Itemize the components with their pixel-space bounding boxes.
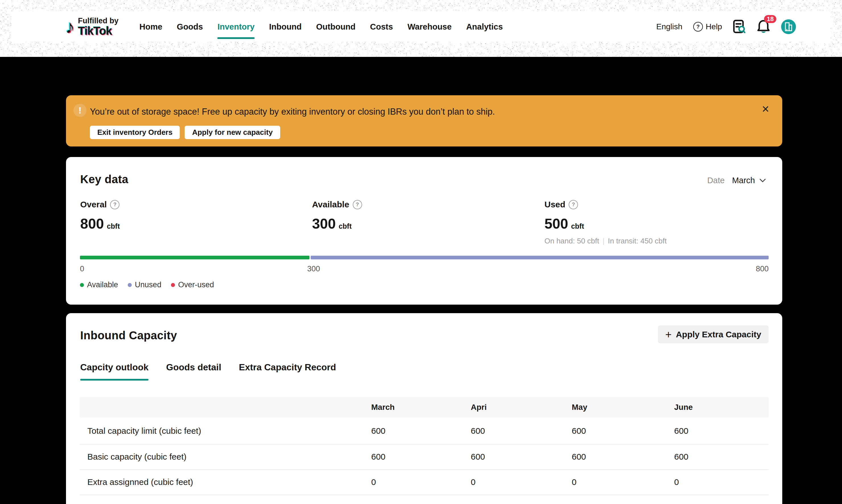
key-data-card: Key data Date March Overal ? 800 cbft Av… [66,157,782,305]
available-dot-icon [80,283,84,287]
nav-item-costs[interactable]: Costs [370,22,393,32]
stat-available-label: Available [312,200,349,209]
storage-warning-banner: ! You’re out of storage space! Free up c… [66,95,782,146]
capacity-bar [80,256,769,259]
nav-item-inbound[interactable]: Inbound [269,22,302,32]
available-help-icon[interactable]: ? [353,200,362,209]
table-header-row: March Apri May June [79,397,769,417]
cell-value: 600 [371,444,386,469]
stat-used-value: 500 [544,216,568,232]
account-avatar[interactable] [781,19,796,34]
used-help-icon[interactable]: ? [569,200,578,209]
legend-overused-label: Over-used [178,281,214,289]
bar-max-label: 800 [756,265,769,273]
key-data-title: Key data [80,173,128,186]
cell-value: 600 [572,444,586,469]
cell-value: 0 [674,469,679,494]
divider: | [603,237,605,246]
nav-item-warehouse[interactable]: Warehouse [407,22,451,32]
capacity-bar-available-segment [80,256,309,259]
tiktok-note-icon: ♪ [66,18,74,36]
date-selector[interactable]: Date March [707,176,766,185]
row-label: Basic capacity (cubic feet) [87,444,186,469]
help-button[interactable]: ? Help [693,22,722,32]
help-label: Help [706,22,722,31]
tab-extra-capacity-record[interactable]: Extra Capacity Record [239,362,336,373]
logo-line2: TikTok [78,25,119,37]
navbar-right-cluster: English ? Help 18 [656,11,796,42]
stat-available-value: 300 [312,216,336,232]
language-selector[interactable]: English [656,22,682,31]
capacity-bar-unused-segment [311,256,769,259]
cell-value: 0 [371,469,376,494]
alert-icon: ! [73,104,87,117]
close-icon[interactable]: × [762,103,769,115]
stat-used-unit: cbft [571,222,584,230]
stat-used: Used ? 500 cbft On hand: 50 cbft | In tr… [544,200,667,246]
notifications-button[interactable]: 18 [757,19,770,34]
table-row: Basic capacity (cubic feet) 600 600 600 … [79,444,769,470]
stat-available: Available ? 300 cbft [312,200,362,232]
nav-item-analytics[interactable]: Analytics [466,22,503,32]
tab-goods-detail[interactable]: Goods detail [166,362,221,373]
banner-message: You’re out of storage space! Free up cap… [90,107,495,117]
date-label: Date [707,176,724,185]
notification-badge: 18 [764,15,776,23]
row-label: Extra assignned (cubic feet) [87,469,193,494]
inbound-capacity-card: Inbound Capacity + Apply Extra Capacity … [66,313,782,504]
inbound-capacity-title: Inbound Capacity [80,329,177,342]
legend-overused: Over-used [171,281,214,289]
col-header-june: June [674,397,693,417]
col-header-apri: Apri [471,397,487,417]
top-navbar: ♪ Fulfilled by TikTok Home Goods Invento… [12,11,831,42]
row-label: Total capacity limit (cubic feet) [87,417,201,444]
stat-overall-value: 800 [80,216,104,232]
apply-extra-capacity-label: Apply Extra Capacity [676,330,761,339]
help-question-icon: ? [693,22,703,32]
bar-mid-label: 300 [307,265,320,273]
order-search-button[interactable] [733,19,746,34]
cell-value: 600 [471,417,485,444]
bar-min-label: 0 [80,265,84,273]
cell-value: 600 [674,444,688,469]
on-hand-value: On hand: 50 cbft [544,237,599,246]
overall-help-icon[interactable]: ? [110,200,120,209]
chevron-down-icon [759,179,766,182]
cell-value: 600 [674,417,688,444]
nav-item-goods[interactable]: Goods [177,22,203,32]
legend-available-label: Available [87,281,118,289]
apply-new-capacity-button[interactable]: Apply for new capacity [185,126,280,139]
cell-value: 0 [572,469,577,494]
table-row: Extra assignned (cubic feet) 0 0 0 0 [79,469,769,495]
legend-unused-label: Unused [135,281,161,289]
stat-used-label: Used [544,200,565,209]
fulfilled-by-tiktok-logo[interactable]: ♪ Fulfilled by TikTok [66,17,119,37]
stat-available-unit: cbft [339,222,352,230]
in-transit-value: In transit: 450 cbft [608,237,667,246]
table-row: Total capacity limit (cubic feet) 600 60… [79,417,769,445]
cell-value: 600 [371,417,386,444]
stat-overall-label: Overal [80,200,107,209]
nav-item-home[interactable]: Home [139,22,162,32]
building-icon [784,22,793,31]
cell-value: 600 [572,417,586,444]
apply-extra-capacity-button[interactable]: + Apply Extra Capacity [658,325,769,343]
nav-item-outbound[interactable]: Outbound [316,22,356,32]
main-nav: Home Goods Inventory Inbound Outbound Co… [139,11,503,42]
stat-overall: Overal ? 800 cbft [80,200,120,232]
screen: ♪ Fulfilled by TikTok Home Goods Invento… [0,0,842,504]
nav-item-inventory[interactable]: Inventory [217,22,255,32]
legend-unused: Unused [128,281,161,289]
col-header-march: March [371,397,395,417]
legend-available: Available [80,281,118,289]
capacity-legend: Available Unused Over-used [80,281,214,289]
logo-line1: Fulfilled by [78,17,119,25]
document-search-icon [733,19,746,34]
inbound-tabs: Capcity outlook Goods detail Extra Capac… [80,362,336,373]
overused-dot-icon [171,283,175,287]
tab-capacity-outlook[interactable]: Capcity outlook [80,362,148,373]
banner-actions: Exit inventory Orders Apply for new capa… [90,126,280,139]
plus-icon: + [665,329,671,340]
exit-inventory-orders-button[interactable]: Exit inventory Orders [90,126,180,139]
cell-value: 600 [471,444,485,469]
